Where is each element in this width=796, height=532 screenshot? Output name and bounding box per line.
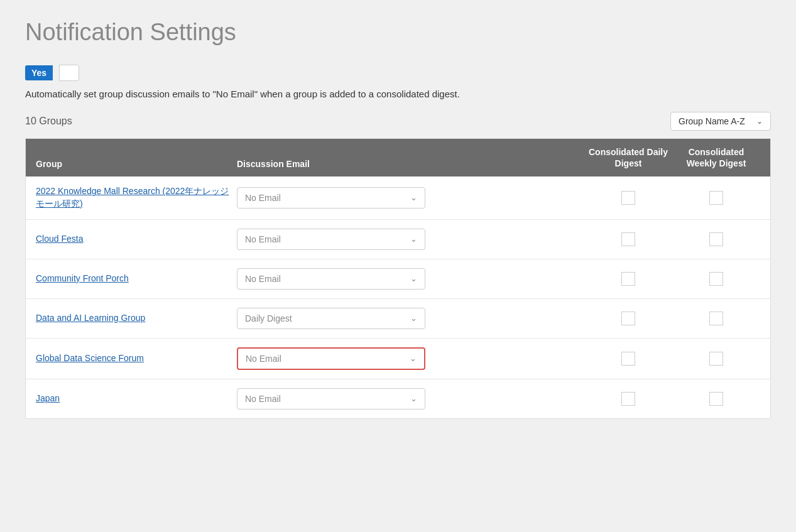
- email-select[interactable]: No Email ⌄: [237, 229, 425, 250]
- th-group: Group: [36, 159, 237, 169]
- email-select-cell: No Email ⌄: [237, 268, 584, 290]
- consolidated-daily-checkbox[interactable]: [621, 392, 635, 406]
- consolidated-weekly-cell: [672, 272, 760, 286]
- consolidated-daily-checkbox[interactable]: [621, 312, 635, 325]
- page-container: Notification Settings Yes Automatically …: [0, 0, 796, 532]
- group-link[interactable]: Japan: [36, 393, 60, 403]
- consolidated-daily-cell: [584, 312, 672, 325]
- email-select-highlighted[interactable]: No Email ⌄: [237, 347, 425, 370]
- consolidated-weekly-checkbox[interactable]: [709, 392, 723, 406]
- email-select-cell: No Email ⌄: [237, 347, 584, 370]
- consolidated-daily-checkbox[interactable]: [621, 352, 635, 366]
- sort-chevron-icon: ⌄: [756, 117, 763, 126]
- consolidated-daily-cell: [584, 392, 672, 406]
- consolidated-weekly-checkbox[interactable]: [709, 191, 723, 205]
- table-row: Japan No Email ⌄: [26, 379, 770, 418]
- email-value: No Email: [245, 234, 281, 244]
- page-title: Notification Settings: [25, 19, 771, 46]
- email-select-cell: No Email ⌄: [237, 388, 584, 410]
- select-chevron-icon: ⌄: [410, 394, 417, 403]
- group-link[interactable]: Community Front Porch: [36, 273, 129, 283]
- group-link[interactable]: Data and AI Learning Group: [36, 313, 145, 323]
- email-value: Daily Digest: [245, 313, 292, 323]
- email-select[interactable]: No Email ⌄: [237, 268, 425, 290]
- th-discussion-email: Discussion Email: [237, 159, 584, 169]
- group-name-cell: Community Front Porch: [36, 273, 237, 285]
- group-link[interactable]: 2022 Knowledge Mall Research (2022年ナレッジモ…: [36, 186, 229, 209]
- select-chevron-icon: ⌄: [410, 193, 417, 202]
- email-value: No Email: [245, 274, 281, 284]
- group-name-cell: Japan: [36, 393, 237, 405]
- table-row: Community Front Porch No Email ⌄: [26, 259, 770, 299]
- table-header: Group Discussion Email Consolidated Dail…: [26, 139, 770, 176]
- group-name-cell: Global Data Science Forum: [36, 352, 237, 365]
- email-value: No Email: [245, 193, 281, 203]
- toggle-yes-button[interactable]: Yes: [25, 65, 53, 80]
- consolidated-daily-checkbox[interactable]: [621, 191, 635, 205]
- table-row: Cloud Festa No Email ⌄: [26, 220, 770, 259]
- consolidated-weekly-cell: [672, 392, 760, 406]
- consolidated-weekly-cell: [672, 232, 760, 246]
- select-chevron-icon: ⌄: [410, 274, 417, 283]
- th-consolidated-weekly: Consolidated Weekly Digest: [672, 146, 760, 169]
- consolidated-weekly-cell: [672, 352, 760, 366]
- table-row: Global Data Science Forum No Email ⌄: [26, 339, 770, 379]
- group-name-cell: 2022 Knowledge Mall Research (2022年ナレッジモ…: [36, 185, 237, 210]
- consolidated-weekly-cell: [672, 312, 760, 325]
- consolidated-daily-cell: [584, 191, 672, 205]
- toggle-blank-button[interactable]: [59, 65, 79, 81]
- groups-count: 10 Groups: [25, 116, 72, 127]
- table-row: 2022 Knowledge Mall Research (2022年ナレッジモ…: [26, 176, 770, 219]
- email-select[interactable]: Daily Digest ⌄: [237, 308, 425, 329]
- group-link[interactable]: Global Data Science Forum: [36, 353, 144, 363]
- toggle-row: Yes: [25, 65, 771, 81]
- consolidated-weekly-checkbox[interactable]: [709, 232, 723, 246]
- email-select[interactable]: No Email ⌄: [237, 388, 425, 410]
- sort-dropdown[interactable]: Group Name A-Z ⌄: [670, 112, 771, 131]
- consolidated-weekly-checkbox[interactable]: [709, 352, 723, 366]
- select-chevron-icon: ⌄: [410, 234, 417, 244]
- group-name-cell: Data and AI Learning Group: [36, 312, 237, 325]
- consolidated-weekly-checkbox[interactable]: [709, 272, 723, 286]
- email-select-cell: No Email ⌄: [237, 187, 584, 209]
- consolidated-daily-cell: [584, 352, 672, 366]
- consolidated-daily-cell: [584, 272, 672, 286]
- groups-header-row: 10 Groups Group Name A-Z ⌄: [25, 112, 771, 131]
- email-select-cell: No Email ⌄: [237, 229, 584, 250]
- consolidated-weekly-checkbox[interactable]: [709, 312, 723, 325]
- consolidated-daily-checkbox[interactable]: [621, 272, 635, 286]
- email-select[interactable]: No Email ⌄: [237, 187, 425, 209]
- groups-table: Group Discussion Email Consolidated Dail…: [25, 138, 771, 419]
- th-consolidated-daily: Consolidated Daily Digest: [584, 146, 672, 169]
- select-chevron-icon: ⌄: [410, 313, 417, 323]
- table-row: Data and AI Learning Group Daily Digest …: [26, 299, 770, 339]
- email-select-cell: Daily Digest ⌄: [237, 308, 584, 329]
- consolidated-daily-cell: [584, 232, 672, 246]
- select-chevron-icon: ⌄: [410, 354, 417, 363]
- email-value: No Email: [245, 394, 281, 404]
- email-value: No Email: [246, 354, 281, 364]
- sort-label: Group Name A-Z: [679, 116, 745, 126]
- group-name-cell: Cloud Festa: [36, 233, 237, 246]
- group-link[interactable]: Cloud Festa: [36, 234, 83, 244]
- consolidated-daily-checkbox[interactable]: [621, 232, 635, 246]
- consolidated-weekly-cell: [672, 191, 760, 205]
- auto-set-label: Automatically set group discussion email…: [25, 89, 771, 99]
